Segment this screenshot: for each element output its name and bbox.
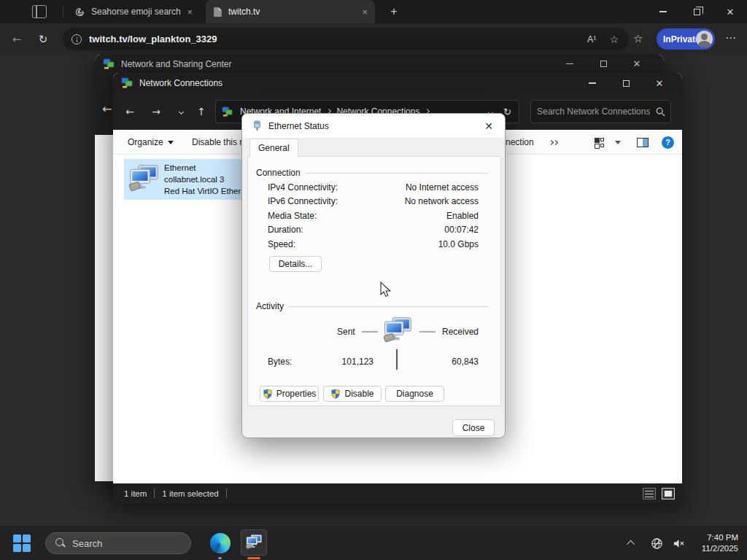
connection-group-label: Connection	[256, 168, 301, 178]
general-tab-page	[247, 156, 501, 406]
browser-menu-icon[interactable]: ⋯	[725, 31, 736, 44]
nsc-titlebar[interactable]: Network and Sharing Center ✕	[95, 55, 664, 73]
inprivate-badge[interactable]: InPrivate	[657, 28, 715, 50]
close-icon[interactable]: ✕	[713, 0, 747, 23]
views-icon[interactable]	[595, 130, 604, 155]
minimize-icon[interactable]	[576, 73, 609, 93]
disable-device-button[interactable]: Disable this n	[192, 130, 244, 155]
search-input[interactable]	[531, 106, 656, 117]
start-button[interactable]	[13, 534, 31, 552]
spiral-icon	[74, 7, 85, 18]
received-label: Received	[442, 327, 479, 337]
back-icon[interactable]: ←	[120, 93, 139, 130]
disable-button[interactable]: Disable	[323, 386, 382, 402]
tab-label: twitch.tv	[228, 7, 260, 17]
activity-computer-icon	[382, 316, 413, 346]
properties-button[interactable]: Properties	[260, 386, 319, 402]
row-value: No network access	[405, 196, 479, 206]
muted-speaker-icon[interactable]	[673, 537, 685, 550]
row-label: Duration:	[268, 225, 303, 235]
close-icon[interactable]: ✕	[643, 73, 676, 93]
taskbar-search[interactable]	[45, 532, 191, 554]
rename-connection-button[interactable]: nection	[506, 130, 534, 155]
favorites-bar-icon[interactable]: ☆	[633, 32, 643, 45]
tab-general[interactable]: General	[249, 139, 298, 157]
bytes-sent: 101,123	[315, 357, 374, 367]
profile-avatar[interactable]	[696, 31, 713, 47]
maximize-icon[interactable]	[609, 73, 643, 93]
browser-tab-strip: Seahorse emoji search × twitch.tv × + ✕	[0, 0, 747, 23]
close-icon[interactable]: ✕	[620, 55, 654, 73]
taskbar-clock[interactable]: 7:40 PM 11/2/2025	[702, 532, 738, 554]
dialog-title: Ethernet Status	[268, 121, 329, 131]
row-label: Media State:	[268, 211, 317, 221]
row-label: Speed:	[268, 239, 295, 249]
explorer-search[interactable]	[530, 100, 671, 123]
bytes-received: 60,843	[452, 357, 479, 367]
desktop: Seahorse emoji search × twitch.tv × + ✕ …	[0, 0, 747, 560]
back-icon[interactable]: ←	[6, 23, 28, 55]
read-aloud-icon[interactable]: A¹	[587, 34, 597, 44]
new-tab-icon[interactable]: +	[387, 4, 401, 19]
details-button[interactable]: Details...	[269, 256, 322, 272]
page-icon	[213, 7, 222, 18]
vertical-tabs-icon[interactable]	[32, 5, 47, 18]
taskbar: 7:40 PM 11/2/2025	[0, 525, 747, 560]
address-bar[interactable]: twitch.tv/low_plankton_3329 A¹ ☆	[63, 28, 629, 50]
close-icon[interactable]: ✕	[484, 120, 493, 132]
minimize-icon[interactable]	[646, 0, 680, 23]
inprivate-label: InPrivate	[663, 34, 700, 44]
network-connections-taskbar-icon[interactable]	[241, 529, 267, 556]
up-icon[interactable]: ↑	[192, 93, 211, 130]
browser-navbar: ← ↻ twitch.tv/low_plankton_3329 A¹ ☆ ☆ I…	[0, 23, 747, 55]
search-icon	[55, 538, 66, 548]
active-app-indicator	[247, 557, 260, 559]
diagnose-button[interactable]: Diagnose	[385, 386, 444, 402]
edge-taskbar-icon[interactable]	[210, 533, 231, 553]
url-text[interactable]: twitch.tv/low_plankton_3329	[89, 34, 217, 44]
maximize-icon[interactable]	[587, 55, 620, 73]
recent-pages-icon[interactable]	[171, 93, 190, 130]
nc-status-bar: 1 item 1 item selected	[113, 483, 682, 503]
views-dropdown-icon[interactable]	[615, 130, 621, 155]
back-icon[interactable]: ←	[102, 102, 112, 116]
row-value: No Internet access	[406, 182, 479, 192]
network-icon	[121, 77, 133, 89]
taskbar-search-input[interactable]	[72, 538, 201, 549]
tab-divider	[63, 7, 63, 17]
minimize-icon[interactable]	[553, 55, 587, 73]
close-button[interactable]: Close	[452, 419, 495, 436]
tray-overflow-icon[interactable]	[627, 540, 635, 548]
row-label: IPv4 Connectivity:	[268, 182, 338, 192]
no-internet-globe-icon[interactable]	[651, 537, 663, 550]
tab-close-icon[interactable]: ×	[362, 7, 368, 17]
forward-icon[interactable]: →	[147, 93, 166, 130]
tab-twitch[interactable]: twitch.tv ×	[206, 0, 375, 23]
uac-shield-icon	[330, 389, 341, 399]
help-icon[interactable]: ?	[662, 130, 674, 155]
connection-network: collabnet.local 3	[164, 174, 241, 185]
row-value: Enabled	[446, 211, 479, 221]
site-info-icon[interactable]	[71, 34, 82, 44]
restore-icon[interactable]	[680, 0, 713, 23]
refresh-icon[interactable]: ↻	[32, 23, 54, 55]
ethernet-adapter-icon	[128, 164, 160, 195]
connection-name: Ethernet	[164, 162, 241, 174]
row-value: 00:07:42	[444, 225, 479, 235]
ethernet-status-dialog: Ethernet Status ✕ General Connection IPv…	[241, 113, 506, 438]
icons-view-icon[interactable]	[662, 488, 675, 499]
tab-close-icon[interactable]: ×	[187, 7, 193, 17]
selected-count: 1 item selected	[162, 489, 218, 498]
ethernet-connection-item[interactable]: Ethernet collabnet.local 3 Red Hat VirtI…	[124, 159, 241, 200]
connection-device: Red Hat VirtIO Ether	[164, 185, 241, 197]
preview-pane-icon[interactable]	[637, 130, 649, 155]
nc-titlebar[interactable]: Network Connections ✕	[113, 73, 682, 93]
details-view-icon[interactable]	[643, 488, 656, 499]
favorite-star-icon[interactable]: ☆	[609, 34, 619, 45]
tab-label: Seahorse emoji search	[91, 7, 181, 17]
organize-button[interactable]: Organize	[128, 130, 174, 155]
more-commands-icon[interactable]	[549, 130, 557, 155]
dialog-titlebar[interactable]: Ethernet Status ✕	[242, 114, 505, 138]
item-count: 1 item	[124, 489, 147, 498]
tab-seahorse[interactable]: Seahorse emoji search ×	[67, 0, 200, 23]
